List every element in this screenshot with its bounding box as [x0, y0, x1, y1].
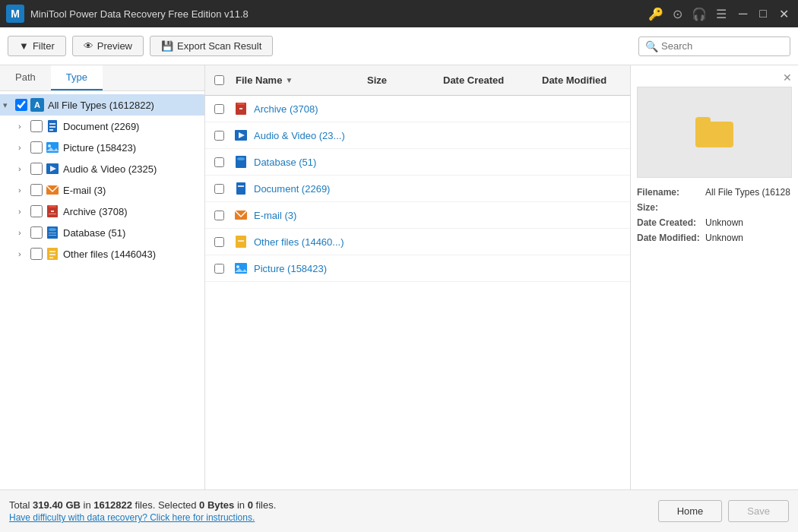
tree-item-archive[interactable]: › Archive (3708)	[0, 201, 204, 222]
svg-text:A: A	[34, 100, 40, 109]
selected-files-label: files.	[253, 499, 276, 511]
file-row-email[interactable]: E-mail (3)	[205, 202, 630, 229]
preview-datecreated-value: Unknown	[705, 217, 743, 228]
header-size[interactable]: Size	[364, 74, 440, 86]
row-icon-av	[233, 127, 249, 144]
key-icon[interactable]: 🔑	[648, 7, 663, 21]
close-preview-button[interactable]: ✕	[783, 71, 792, 84]
preview-datemodified-row: Date Modified: Unknown	[637, 233, 792, 243]
tree-item-document[interactable]: › Document (2269)	[0, 116, 204, 137]
tree-item-database[interactable]: › Database (51)	[0, 222, 204, 243]
expand-icon[interactable]: ›	[18, 207, 30, 216]
row-name-other: Other files (14460...)	[254, 236, 364, 248]
tree-checkbox-other[interactable]	[30, 248, 43, 260]
archive-icon	[46, 204, 59, 218]
export-button[interactable]: 💾 Export Scan Result	[150, 36, 273, 56]
expand-icon[interactable]: ›	[18, 122, 30, 131]
file-row-document[interactable]: Document (2269)	[205, 176, 630, 202]
selected-in-label: in	[234, 499, 247, 511]
preview-datemodified-label: Date Modified:	[637, 233, 705, 243]
select-all-checkbox[interactable]	[214, 75, 224, 85]
tree-item-audio-video[interactable]: › Audio & Video (2325)	[0, 158, 204, 179]
file-row-database[interactable]: Database (51)	[205, 149, 630, 176]
svg-rect-23	[49, 251, 55, 252]
svg-rect-15	[49, 205, 56, 207]
svg-text:M: M	[11, 8, 20, 20]
header-date-created[interactable]: Date Created	[440, 74, 539, 86]
svg-rect-33	[236, 182, 245, 195]
document-icon	[46, 119, 59, 133]
row-check-database[interactable]	[205, 157, 233, 167]
file-row-picture[interactable]: Picture (158423)	[205, 255, 630, 282]
close-button[interactable]: ✕	[776, 7, 792, 21]
search-input[interactable]	[661, 40, 784, 52]
file-row-other[interactable]: Other files (14460...)	[205, 229, 630, 255]
row-check-email[interactable]	[205, 211, 233, 220]
tree-checkbox-picture[interactable]	[30, 141, 43, 154]
preview-size-label: Size:	[637, 202, 705, 213]
svg-rect-6	[49, 126, 55, 128]
file-row-av[interactable]: Audio & Video (23...)	[205, 122, 630, 149]
tab-type[interactable]: Type	[51, 65, 103, 90]
tree-item-all[interactable]: ▾ A All File Types (1612822)	[0, 94, 204, 116]
app-logo: M	[6, 5, 24, 23]
sort-icon: ▼	[285, 76, 293, 84]
main-area: Path Type ▾ A All File Types (1612822) ›	[0, 65, 798, 489]
filter-label: Filter	[33, 40, 55, 52]
expand-icon[interactable]: ›	[18, 249, 30, 258]
svg-rect-20	[49, 233, 56, 233]
tree-checkbox-audio-video[interactable]	[30, 163, 43, 175]
search-box: 🔍	[638, 36, 790, 56]
preview-datecreated-label: Date Created:	[637, 217, 705, 228]
tree-item-picture[interactable]: › Picture (158423)	[0, 137, 204, 158]
expand-icon[interactable]: ›	[18, 143, 30, 152]
svg-rect-7	[49, 129, 53, 131]
tree-label-audio-video: Audio & Video (2325)	[63, 163, 157, 175]
help-link[interactable]: Have difficulty with data recovery? Clic…	[9, 512, 652, 523]
tree-checkbox-archive[interactable]	[30, 205, 43, 217]
tree-label-picture: Picture (158423)	[63, 142, 136, 154]
maximize-button[interactable]: □	[756, 7, 770, 21]
tree-checkbox-all[interactable]	[15, 99, 27, 111]
preview-filename-row: Filename: All File Types (16128	[637, 187, 792, 198]
save-button[interactable]: Save	[728, 500, 789, 522]
filter-button[interactable]: ▼ Filter	[8, 36, 66, 56]
preview-button[interactable]: 👁 Preview	[72, 36, 144, 56]
minimize-button[interactable]: ─	[736, 7, 750, 21]
tree-item-email[interactable]: › E-mail (3)	[0, 179, 204, 201]
expand-icon[interactable]: ›	[18, 164, 30, 173]
home-button[interactable]: Home	[658, 500, 723, 522]
picture-icon	[46, 141, 59, 154]
row-check-picture[interactable]	[205, 264, 233, 274]
tree-label-other: Other files (1446043)	[63, 249, 156, 260]
tree-item-other[interactable]: › Other files (1446043)	[0, 243, 204, 264]
tab-path[interactable]: Path	[0, 65, 51, 90]
preview-label: Preview	[97, 40, 132, 52]
file-row-archive[interactable]: Archive (3708)	[205, 96, 630, 122]
tree-checkbox-email[interactable]	[30, 184, 43, 196]
tree-checkbox-database[interactable]	[30, 226, 43, 239]
folder-preview-icon	[695, 117, 733, 147]
row-check-document[interactable]	[205, 184, 233, 194]
row-name-archive: Archive (3708)	[254, 103, 364, 115]
row-name-av: Audio & Video (23...)	[254, 130, 364, 141]
export-icon: 💾	[161, 40, 173, 52]
circle-icon[interactable]: ⊙	[673, 7, 682, 21]
headphone-icon[interactable]: 🎧	[692, 7, 707, 21]
row-check-archive[interactable]	[205, 104, 233, 114]
row-check-av[interactable]	[205, 131, 233, 141]
header-filename[interactable]: File Name ▼	[233, 74, 364, 86]
row-icon-database	[233, 154, 249, 170]
expand-icon[interactable]: ›	[18, 228, 30, 237]
expand-icon[interactable]: ›	[18, 185, 30, 195]
app-title: MiniTool Power Data Recovery Free Editio…	[30, 8, 648, 20]
preview-datecreated-row: Date Created: Unknown	[637, 217, 792, 228]
row-check-other[interactable]	[205, 237, 233, 247]
tree-checkbox-document[interactable]	[30, 120, 43, 132]
header-date-modified[interactable]: Date Modified	[539, 74, 630, 86]
expand-icon[interactable]: ▾	[3, 100, 15, 110]
menu-icon[interactable]: ☰	[716, 7, 727, 21]
all-files-icon: A	[30, 98, 44, 112]
row-icon-other	[233, 233, 249, 250]
svg-rect-16	[51, 211, 54, 212]
